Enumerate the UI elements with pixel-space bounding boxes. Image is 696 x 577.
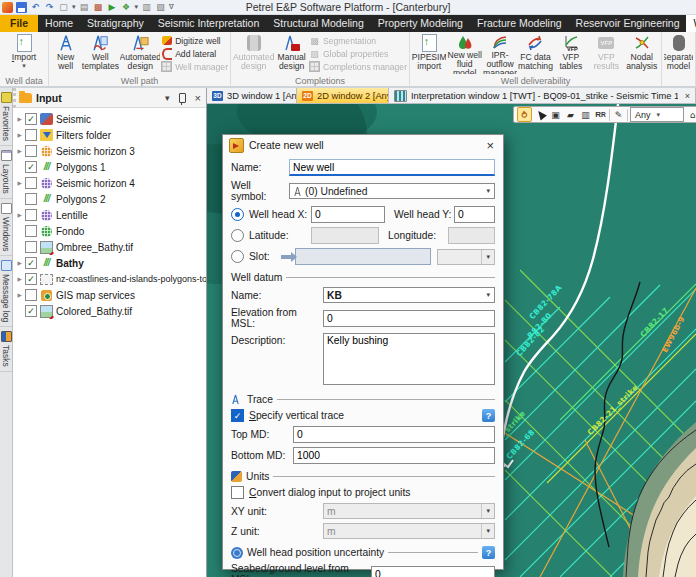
help-icon[interactable]: ?: [482, 409, 495, 422]
wellhead-y-input[interactable]: [454, 206, 495, 223]
slot-radio[interactable]: [231, 250, 244, 263]
tab-file[interactable]: File: [0, 15, 38, 32]
tab-reservoir-engineering[interactable]: Reservoir Engineering: [569, 15, 687, 32]
sidebar-tab-layouts[interactable]: Layouts: [0, 146, 12, 199]
sidebar-tab-windows[interactable]: Windows: [0, 199, 12, 256]
nodal-analysis-button[interactable]: Nodal analysis: [625, 33, 659, 74]
tree-item-seismic[interactable]: ▶ Seismic: [15, 111, 206, 127]
chevron-down-icon[interactable]: ▾: [135, 3, 139, 11]
window-layout-icon[interactable]: ▢: [58, 2, 69, 13]
tree-item-bathy[interactable]: ▶ /// Bathy: [15, 255, 206, 271]
checkbox[interactable]: [25, 273, 37, 285]
close-icon[interactable]: ×: [193, 92, 203, 104]
checkbox[interactable]: [25, 289, 37, 301]
seabed-input[interactable]: [371, 566, 495, 577]
checkbox[interactable]: [25, 225, 37, 237]
tab-interpretation-window[interactable]: Interpretation window 1 [TWT] - BQ09-01_…: [389, 88, 696, 103]
tool-icon[interactable]: ▩: [93, 2, 104, 13]
tab-3d-window[interactable]: 3D 3D window 1 [Any] ×: [207, 88, 297, 103]
palette-icon[interactable]: ❖: [121, 2, 132, 13]
undo-icon[interactable]: ↶: [30, 2, 41, 13]
datum-name-dropdown[interactable]: KB ▾: [323, 287, 495, 303]
tree-item-polygons-1[interactable]: /// Polygons 1: [15, 159, 206, 175]
latitude-radio[interactable]: [231, 229, 244, 242]
tab-home[interactable]: Home: [38, 15, 80, 32]
eraser-icon[interactable]: ▰: [564, 108, 577, 121]
new-well-button[interactable]: New well: [51, 33, 80, 74]
checkbox[interactable]: [25, 129, 37, 141]
tree-item-seismic-horizon-4[interactable]: ▶ Seismic horizon 4: [15, 175, 206, 191]
wellhead-x-input[interactable]: [311, 206, 385, 223]
bottom-md-input[interactable]: [293, 447, 495, 464]
tab-fracture-modeling[interactable]: Fracture Modeling: [470, 15, 569, 32]
checkbox[interactable]: [25, 305, 37, 317]
tab-seismic-interpretation[interactable]: Seismic Interpretation: [151, 15, 267, 32]
tree-item-filters-folder[interactable]: ▶ Filters folder: [15, 127, 206, 143]
checkbox[interactable]: [25, 193, 37, 205]
tree-item-seismic-horizon-3[interactable]: ▶ Seismic horizon 3: [15, 143, 206, 159]
manual-design-button[interactable]: Manual design: [275, 33, 307, 74]
digitize-well-button[interactable]: Digitize well: [161, 34, 228, 47]
expand-arrow-icon[interactable]: ▶: [15, 132, 24, 138]
add-lateral-button[interactable]: Add lateral: [161, 47, 228, 60]
filter-dropdown[interactable]: Any ▾: [630, 107, 684, 122]
chevron-down-icon[interactable]: ▾: [72, 3, 76, 11]
tab-stratigraphy[interactable]: Stratigraphy: [80, 15, 151, 32]
expand-arrow-icon[interactable]: ▶: [15, 292, 24, 298]
close-icon[interactable]: ×: [483, 138, 497, 153]
fc-data-matching-button[interactable]: FC data matching: [518, 33, 552, 74]
separate-model-button[interactable]: Separate model: [664, 33, 693, 74]
annotate-icon[interactable]: ✎: [612, 108, 625, 121]
expand-arrow-icon[interactable]: ▶: [15, 116, 24, 122]
sidebar-tab-favorites[interactable]: Favorites: [0, 88, 12, 146]
pan-tool-icon[interactable]: ⥁: [517, 107, 532, 122]
pin-icon[interactable]: [179, 93, 186, 103]
tab-well-engineering[interactable]: Well Engineering: [686, 15, 696, 32]
new-well-fluid-model-button[interactable]: New well fluid model: [447, 33, 481, 74]
well-name-input[interactable]: [289, 159, 495, 176]
checkbox[interactable]: [25, 145, 37, 157]
close-icon[interactable]: ×: [685, 91, 690, 101]
wellhead-xy-radio[interactable]: [231, 208, 244, 221]
paste-icon[interactable]: ▧: [155, 2, 166, 13]
tree-item-fondo[interactable]: Fondo: [15, 223, 206, 239]
checkbox[interactable]: [25, 113, 37, 125]
rename-icon[interactable]: RR: [594, 108, 607, 121]
tree-item-lentille[interactable]: ▶ Lentille: [15, 207, 206, 223]
tree-item-ombree-bathy[interactable]: Ombree_Bathy.tif: [15, 239, 206, 255]
convert-units-checkbox[interactable]: [231, 486, 244, 499]
checkbox[interactable]: [25, 161, 37, 173]
copy-pages-icon[interactable]: ▥: [579, 108, 592, 121]
expand-arrow-icon[interactable]: ▶: [15, 276, 24, 282]
checkbox[interactable]: [25, 177, 37, 189]
dialog-title-bar[interactable]: Create new well ×: [223, 135, 503, 155]
measure-icon[interactable]: ▣: [549, 108, 562, 121]
expand-arrow-icon[interactable]: ▶: [15, 212, 24, 218]
help-icon[interactable]: ?: [482, 546, 495, 559]
select-cursor-icon[interactable]: [534, 108, 547, 121]
save-icon[interactable]: [16, 2, 27, 13]
tree-item-nz-coastlines[interactable]: ▶ nz-coastlines-and-islands-polygons-top…: [15, 271, 206, 287]
sidebar-tab-message-log[interactable]: Message log: [0, 256, 12, 327]
checkbox[interactable]: [25, 209, 37, 221]
top-md-input[interactable]: [293, 426, 495, 443]
expand-arrow-icon[interactable]: ▶: [15, 148, 24, 154]
description-textarea[interactable]: Kelly bushing: [323, 333, 495, 385]
pipesim-import-button[interactable]: PIPESIM import: [412, 33, 446, 74]
redo-icon[interactable]: ↷: [44, 2, 55, 13]
tree-item-polygons-2[interactable]: /// Polygons 2: [15, 191, 206, 207]
tree-item-gis-map-services[interactable]: ▶ GIS map services: [15, 287, 206, 303]
tab-property-modeling[interactable]: Property Modeling: [371, 15, 470, 32]
ipr-outflow-manager-button[interactable]: IPR-outflow manager: [483, 33, 517, 74]
checkbox[interactable]: [25, 241, 37, 253]
tab-2d-window[interactable]: 2D 2D window 2 [Any] ×: [297, 88, 389, 103]
chevron-down-icon[interactable]: ▾: [163, 93, 172, 103]
sidebar-tab-tasks[interactable]: Tasks: [0, 327, 12, 372]
expand-arrow-icon[interactable]: ▶: [15, 260, 24, 266]
specify-vertical-trace-checkbox[interactable]: [231, 409, 244, 422]
home-view-icon[interactable]: ⌂: [686, 108, 696, 121]
tab-structural-modeling[interactable]: Structural Modeling: [266, 15, 370, 32]
play-icon[interactable]: ▶: [107, 2, 118, 13]
copy-icon[interactable]: ▥: [141, 2, 152, 13]
expand-arrow-icon[interactable]: ▶: [15, 180, 24, 186]
